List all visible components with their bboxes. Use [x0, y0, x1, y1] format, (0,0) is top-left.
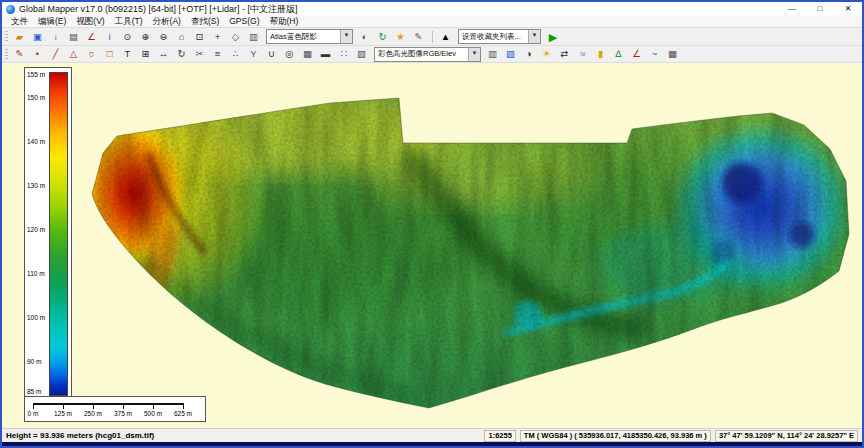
lidar-classify-icon[interactable]: ▨	[353, 47, 370, 61]
watershed-icon[interactable]: ~	[646, 47, 663, 61]
zoom-out-icon[interactable]: ⊖	[155, 30, 172, 44]
chevron-down-icon[interactable]: ▼	[528, 30, 540, 43]
contrast-icon[interactable]: ◑	[520, 47, 537, 61]
view-3d-icon[interactable]: ∆	[610, 47, 627, 61]
title-bar[interactable]: Global Mapper v17.0 (b092215) [64-bit] […	[2, 2, 862, 16]
pan-icon[interactable]: +	[209, 30, 226, 44]
chevron-down-icon[interactable]: ▼	[340, 30, 352, 43]
menu-file[interactable]: 文件	[6, 16, 33, 27]
grid-display-icon[interactable]: ▦	[664, 47, 681, 61]
display-mode-value: 彩色高光图像RGB/Elev	[378, 49, 456, 59]
legend-label: 100 m	[27, 314, 45, 321]
scale-label: 625 m	[174, 410, 192, 417]
rotate-feature-icon[interactable]: ↻	[173, 47, 190, 61]
create-rect-icon[interactable]: □	[101, 47, 118, 61]
zoom-in-icon[interactable]: ⊕	[137, 30, 154, 44]
display-mode-dropdown[interactable]: 彩色高光图像RGB/Elev ▼	[374, 47, 481, 62]
buffer-icon[interactable]: ◎	[281, 47, 298, 61]
menu-help[interactable]: 帮助(H)	[264, 16, 303, 27]
menu-view[interactable]: 视图(V)	[71, 16, 109, 27]
download-online-data-icon[interactable]: ↓	[47, 30, 64, 44]
swap-view-icon[interactable]: ⇄	[556, 47, 573, 61]
scale-label: 375 m	[114, 410, 132, 417]
histogram-icon[interactable]: ▮	[592, 47, 609, 61]
toolbar-separator	[432, 31, 433, 43]
elevation-legend-icon[interactable]: ▥	[484, 47, 501, 61]
edit-icon[interactable]: ✎	[410, 30, 427, 44]
toolbar-grip[interactable]	[5, 31, 8, 42]
legend-label: 85 m	[27, 388, 41, 395]
overlay-control-center-icon[interactable]: ▥	[245, 30, 262, 44]
digitizer-icon[interactable]: ✎	[11, 47, 28, 61]
lidar-points-icon[interactable]: ∷	[335, 47, 352, 61]
spectrum-icon[interactable]: ≈	[574, 47, 591, 61]
map-view[interactable]: 155 m 150 m 140 m 130 m 120 m 110 m 100 …	[2, 63, 862, 428]
create-circle-icon[interactable]: ○	[83, 47, 100, 61]
create-grid-icon[interactable]: ⊞	[137, 47, 154, 61]
create-line-icon[interactable]: ╱	[47, 47, 64, 61]
close-button[interactable]: ✕	[834, 2, 862, 16]
app-globe-icon	[6, 5, 15, 14]
toolbar-main: ▰▣↓▤∠i⊙⊕⊖⌂⊡+◇▥ Atlas蓝色阴影 ▼ ◐↻★✎ ▲ 设置收藏夹列…	[2, 28, 862, 46]
menu-tools[interactable]: 工具(T)	[110, 16, 148, 27]
elevation-legend: 155 m 150 m 140 m 130 m 120 m 110 m 100 …	[24, 67, 72, 403]
status-bar: Height = 93.936 meters (hcg01_dsm.tif) 1…	[2, 428, 862, 442]
map-scale-readout: 1:6255	[484, 430, 515, 442]
shader-dropdown[interactable]: Atlas蓝色阴影 ▼	[266, 29, 353, 44]
legend-label: 120 m	[27, 226, 45, 233]
create-text-icon[interactable]: T	[119, 47, 136, 61]
create-area-icon[interactable]: △	[65, 47, 82, 61]
grid-tool-icon[interactable]: ▦	[299, 47, 316, 61]
scale-label: 250 m	[84, 410, 102, 417]
scale-label: 500 m	[144, 410, 162, 417]
menu-edit[interactable]: 编辑(E)	[33, 16, 71, 27]
zoom-tool-icon[interactable]: ⊙	[119, 30, 136, 44]
run-favorite-icon[interactable]: ▶	[544, 30, 562, 44]
zoom-full-extent-icon[interactable]: ⌂	[173, 30, 190, 44]
legend-label: 90 m	[27, 358, 41, 365]
legend-label: 140 m	[27, 138, 45, 145]
brightness-icon[interactable]: ☀	[538, 47, 555, 61]
menu-gps[interactable]: GPS(G)	[224, 16, 264, 27]
print-icon[interactable]: ▤	[65, 30, 82, 44]
map-scale-bar: 0 m 125 m 250 m 375 m 500 m 625 m	[24, 396, 206, 422]
toolbar-grip[interactable]	[5, 49, 8, 60]
legend-label: 150 m	[27, 94, 45, 101]
window-title: Global Mapper v17.0 (b092215) [64-bit] […	[19, 3, 298, 16]
north-arrow-icon[interactable]: ▲	[437, 30, 454, 44]
minimize-button[interactable]: —	[778, 2, 806, 16]
chevron-down-icon[interactable]: ▼	[468, 48, 480, 61]
grab-icon[interactable]: ◇	[227, 30, 244, 44]
split-line-icon[interactable]: Y	[245, 47, 262, 61]
terrain-canvas[interactable]	[2, 63, 862, 428]
maximize-button[interactable]: □	[806, 2, 834, 16]
measure-icon[interactable]: ∠	[83, 30, 100, 44]
flatten-icon[interactable]: ▬	[317, 47, 334, 61]
create-point-icon[interactable]: •	[29, 47, 46, 61]
snap-icon[interactable]: ≡	[209, 47, 226, 61]
menu-search[interactable]: 查找(S)	[186, 16, 224, 27]
open-data-icon[interactable]: ▰	[11, 30, 28, 44]
scale-ruler	[33, 403, 183, 405]
hillshade-toggle-icon[interactable]: ◐	[356, 30, 373, 44]
legend-label: 130 m	[27, 182, 45, 189]
cut-feature-icon[interactable]: ✂	[191, 47, 208, 61]
scale-label: 125 m	[54, 410, 72, 417]
move-feature-icon[interactable]: ↔	[155, 47, 172, 61]
legend-label: 110 m	[27, 270, 45, 277]
legend-max-label: 155 m	[27, 71, 45, 78]
feature-info-icon[interactable]: i	[101, 30, 118, 44]
zoom-box-icon[interactable]: ⊡	[191, 30, 208, 44]
projection-coords-readout: TM ( WGS84 ) ( 535936.017, 4185350.426, …	[520, 430, 711, 442]
save-workspace-icon[interactable]: ▣	[29, 30, 46, 44]
vertex-edit-icon[interactable]: ∴	[227, 47, 244, 61]
elevation-gradient-bar	[49, 72, 68, 396]
refresh-icon[interactable]: ↻	[374, 30, 391, 44]
menu-analysis[interactable]: 分析(A)	[148, 16, 186, 27]
path-profile-icon[interactable]: ∠	[628, 47, 645, 61]
menu-bar: 文件 编辑(E) 视图(V) 工具(T) 分析(A) 查找(S) GPS(G) …	[2, 16, 862, 28]
join-lines-icon[interactable]: ∪	[263, 47, 280, 61]
favorites-dropdown[interactable]: 设置收藏夹列表... ▼	[458, 29, 541, 44]
favorites-icon[interactable]: ★	[392, 30, 409, 44]
color-shader-icon[interactable]: ▧	[502, 47, 519, 61]
